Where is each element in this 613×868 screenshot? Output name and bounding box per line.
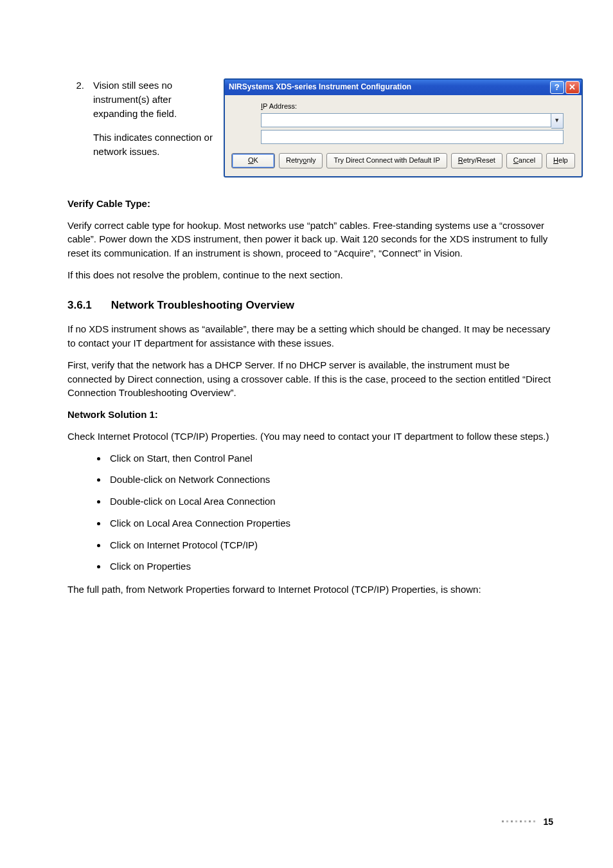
chevron-down-icon[interactable]: ▼ (551, 113, 564, 129)
retry-only-button[interactable]: Retry only (279, 153, 323, 168)
page-footer: 15 (502, 815, 553, 828)
page-number: 15 (543, 815, 553, 828)
network-solution-heading: Network Solution 1: (67, 408, 553, 422)
steps-list: Click on Start, then Control Panel Doubl… (67, 451, 553, 574)
ip-address-listbox[interactable] (261, 130, 564, 144)
ip-address-label: IP Address: (261, 102, 564, 112)
ok-button[interactable]: OK (231, 153, 275, 168)
verify-cable-heading: Verify Cable Type: (67, 197, 553, 211)
closing-paragraph: The full path, from Network Properties f… (67, 583, 553, 597)
section-number: 3.6.1 (67, 298, 92, 314)
titlebar-help-button[interactable]: ? (550, 81, 564, 94)
section-title: Network Troubleshooting Overview (111, 298, 294, 314)
list-para-2: This indicates connection or network iss… (93, 131, 218, 159)
list-item: Click on Internet Protocol (TCP/IP) (107, 538, 553, 552)
footer-dots-icon (502, 820, 535, 822)
list-item: Double-click on Local Area Connection (107, 494, 553, 509)
list-item: Click on Local Area Connection Propertie… (107, 516, 553, 530)
verify-cable-paragraph: Verify correct cable type for hookup. Mo… (67, 219, 553, 260)
list-number: 2. (67, 78, 84, 169)
help-button[interactable]: Help (546, 153, 575, 168)
network-solution-paragraph: Check Internet Protocol (TCP/IP) Propert… (67, 429, 553, 444)
dialog-title: NIRSystems XDS-series Instrument Configu… (229, 82, 411, 93)
list-item: Click on Properties (107, 559, 553, 574)
list-item: Click on Start, then Control Panel (107, 451, 553, 466)
titlebar-close-button[interactable]: ✕ (565, 81, 580, 94)
section-heading: 3.6.1 Network Troubleshooting Overview (67, 298, 553, 314)
verify-cable-paragraph-2: If this does not resolve the problem, co… (67, 268, 553, 282)
retry-reset-button[interactable]: Retry/Reset (451, 153, 502, 168)
list-item: Double-click on Network Connections (107, 473, 553, 487)
try-direct-connect-button[interactable]: Try Direct Connect with Default IP (326, 153, 447, 168)
network-overview-para-1: If no XDS instrument shows as “available… (67, 322, 553, 350)
dialog-titlebar: NIRSystems XDS-series Instrument Configu… (225, 80, 582, 95)
list-para-1: Vision still sees no instrument(s) after… (93, 78, 218, 120)
ip-address-combo[interactable] (261, 113, 551, 127)
cancel-button[interactable]: Cancel (506, 153, 542, 168)
network-overview-para-2: First, verify that the network has a DHC… (67, 358, 553, 400)
instrument-config-dialog: NIRSystems XDS-series Instrument Configu… (224, 78, 583, 177)
